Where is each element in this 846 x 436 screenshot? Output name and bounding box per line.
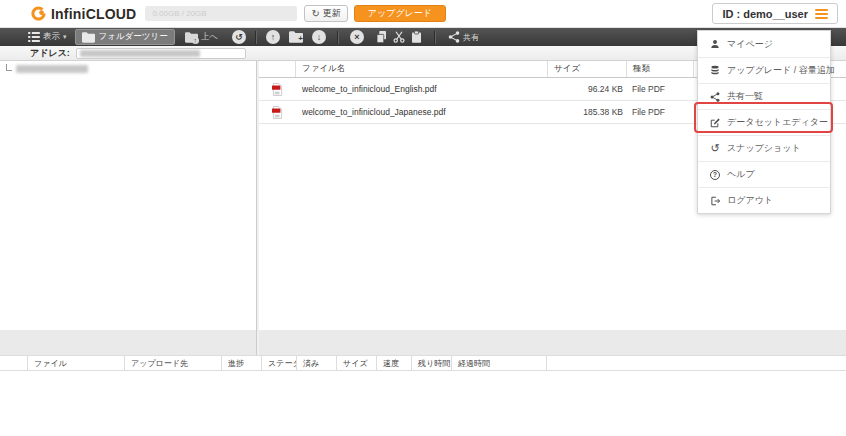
menu-item-dataset-editor[interactable]: データセットエディター	[698, 109, 830, 135]
menu-item-logout[interactable]: ログアウト	[698, 187, 830, 213]
upgrade-button[interactable]: アップグレード	[354, 5, 446, 22]
download-icon[interactable]: ↓	[312, 30, 326, 44]
database-icon	[709, 65, 721, 76]
hamburger-menu-icon	[815, 9, 828, 19]
transfer-column-destination: アップロード先	[125, 356, 222, 370]
share-icon	[448, 31, 460, 43]
refresh-button[interactable]: ↻ 更新	[304, 5, 347, 22]
app-logo: InfiniCLOUD	[30, 5, 136, 22]
toolbar-separator	[255, 31, 257, 44]
logout-icon	[709, 196, 721, 206]
address-input[interactable]	[76, 48, 246, 59]
cut-icon	[393, 31, 405, 43]
copy-icon	[376, 31, 387, 43]
chevron-down-icon: ▾	[63, 33, 67, 41]
file-size: 185.38 KB	[548, 101, 627, 123]
new-folder-button[interactable]: +	[289, 31, 303, 43]
transfer-column-remaining: 残り時間	[412, 356, 452, 370]
copy-button[interactable]	[376, 31, 387, 43]
upload-icon[interactable]: ↑	[266, 30, 280, 44]
infinicloud-swirl-icon	[30, 5, 47, 22]
tree-root-label-redacted	[16, 65, 88, 73]
file-name: welcome_to_infinicloud_Japanese.pdf	[296, 101, 548, 123]
transfer-queue-panel: ファイル アップロード先 進捗 ステータス 済み サイズ 速度 残り時間 経過時…	[0, 355, 846, 436]
address-value-redacted	[80, 50, 200, 57]
view-dropdown-button[interactable]: 表示 ▾	[28, 31, 67, 43]
help-icon: ?	[709, 170, 721, 180]
tree-connector	[6, 64, 12, 71]
address-label: アドレス:	[30, 47, 70, 60]
transfer-column-size: サイズ	[337, 356, 377, 370]
app-title: InfiniCLOUD	[51, 6, 136, 22]
user-dropdown-menu: マイページ アップグレード / 容量追加 共有一覧 データセットエディ	[697, 30, 831, 214]
folder-up-icon: ↑	[185, 32, 198, 43]
sync-icon[interactable]: ↺	[232, 30, 246, 44]
history-icon: ↺	[709, 143, 721, 154]
column-header-size[interactable]: サイズ	[548, 61, 627, 77]
share-button[interactable]: 共有	[448, 31, 479, 43]
go-up-button[interactable]: ↑ 上へ	[185, 31, 218, 43]
paste-icon	[411, 31, 422, 43]
file-type: File PDF	[627, 101, 694, 123]
column-header-type[interactable]: 種類	[627, 61, 694, 77]
file-type: File PDF	[627, 78, 694, 100]
delete-icon[interactable]: ×	[350, 30, 364, 44]
column-header-icon	[259, 61, 296, 77]
menu-item-help[interactable]: ? ヘルプ	[698, 161, 830, 187]
paste-button[interactable]	[411, 31, 422, 43]
file-size: 96.24 KB	[548, 78, 627, 100]
menu-item-snapshot[interactable]: ↺ スナップショット	[698, 135, 830, 161]
pdf-file-icon	[259, 101, 296, 123]
app-header: InfiniCLOUD 0.00GB / 20GB ↻ 更新 アップグレード I…	[0, 0, 846, 28]
folder-icon	[82, 32, 95, 43]
column-header-filename[interactable]: ファイル名	[296, 61, 548, 77]
cut-button[interactable]	[393, 31, 405, 43]
transfer-column-file: ファイル	[28, 356, 125, 370]
folder-tree-panel	[0, 61, 256, 330]
transfer-column-progress: 進捗	[222, 356, 262, 370]
transfer-queue-empty-area	[0, 371, 846, 436]
transfer-column-speed: 速度	[377, 356, 412, 370]
share-icon	[709, 92, 721, 102]
tree-root-item[interactable]	[6, 65, 88, 73]
storage-usage: 0.00GB / 20GB	[145, 6, 297, 21]
transfer-column-elapsed: 経過時間	[452, 356, 547, 370]
toolbar-separator	[337, 31, 339, 44]
transfer-column-done: 済み	[297, 356, 337, 370]
toolbar-separator	[434, 31, 436, 44]
transfer-column-status: ステータス	[262, 356, 297, 370]
list-icon	[28, 32, 40, 42]
user-id-menu-button[interactable]: ID : demo__user	[712, 3, 838, 24]
menu-item-upgrade-capacity[interactable]: アップグレード / 容量追加	[698, 57, 830, 83]
transfer-queue-header: ファイル アップロード先 進捗 ステータス 済み サイズ 速度 残り時間 経過時…	[0, 356, 846, 371]
file-name: welcome_to_infinicloud_English.pdf	[296, 78, 548, 100]
user-icon	[709, 39, 721, 49]
refresh-icon: ↻	[311, 9, 319, 19]
menu-item-mypage[interactable]: マイページ	[698, 31, 830, 57]
folder-tree-toggle-button[interactable]: フォルダーツリー	[75, 29, 175, 45]
edit-icon	[709, 118, 721, 128]
pdf-file-icon	[259, 78, 296, 100]
transfer-column-icon	[0, 356, 28, 370]
folder-plus-icon: +	[289, 31, 303, 43]
menu-item-share-list[interactable]: 共有一覧	[698, 83, 830, 109]
